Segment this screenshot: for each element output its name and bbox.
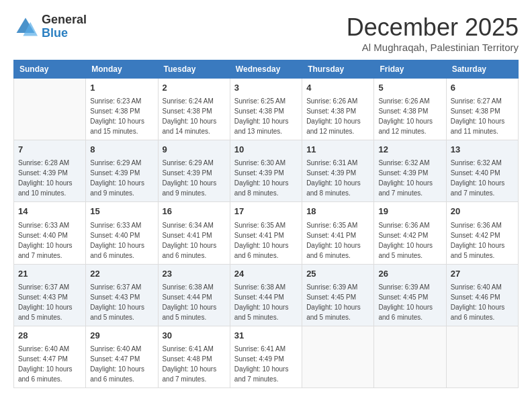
logo-line2: Blue (42, 27, 87, 40)
day-number: 12 (378, 144, 441, 156)
day-number: 17 (234, 205, 298, 218)
calendar-week-row: 28Sunrise: 6:40 AMSunset: 4:47 PMDayligh… (14, 326, 519, 387)
calendar-day-cell: 23Sunrise: 6:38 AMSunset: 4:44 PMDayligh… (158, 264, 230, 326)
day-number: 26 (378, 268, 441, 280)
calendar-day-cell: 6Sunrise: 6:27 AMSunset: 4:38 PMDaylight… (446, 79, 518, 140)
calendar-day-cell: 8Sunrise: 6:29 AMSunset: 4:39 PMDaylight… (86, 140, 158, 202)
day-number: 13 (451, 144, 514, 156)
day-number: 7 (18, 144, 81, 156)
day-info: Sunrise: 6:29 AMSunset: 4:39 PMDaylight:… (163, 158, 226, 198)
day-info: Sunrise: 6:33 AMSunset: 4:40 PMDaylight:… (90, 220, 153, 261)
day-info: Sunrise: 6:40 AMSunset: 4:47 PMDaylight:… (18, 344, 81, 384)
calendar-day-cell: 18Sunrise: 6:35 AMSunset: 4:41 PMDayligh… (302, 202, 374, 264)
logo-line1: General (42, 13, 87, 27)
weekday-header-row: SundayMondayTuesdayWednesdayThursdayFrid… (14, 60, 519, 79)
calendar-day-cell: 14Sunrise: 6:33 AMSunset: 4:40 PMDayligh… (14, 202, 86, 264)
calendar-day-cell: 27Sunrise: 6:40 AMSunset: 4:46 PMDayligh… (446, 264, 518, 326)
title-section: December 2025 Al Mughraqah, Palestinian … (347, 13, 519, 53)
day-info: Sunrise: 6:37 AMSunset: 4:43 PMDaylight:… (18, 282, 81, 322)
day-info: Sunrise: 6:38 AMSunset: 4:44 PMDaylight:… (163, 282, 226, 322)
day-number: 21 (18, 268, 81, 280)
calendar-day-cell (302, 326, 374, 387)
day-number: 28 (18, 330, 81, 342)
day-number: 23 (163, 268, 226, 280)
day-info: Sunrise: 6:36 AMSunset: 4:42 PMDaylight:… (451, 220, 514, 261)
day-info: Sunrise: 6:40 AMSunset: 4:47 PMDaylight:… (90, 344, 153, 384)
calendar-day-cell: 12Sunrise: 6:32 AMSunset: 4:39 PMDayligh… (374, 140, 446, 202)
day-info: Sunrise: 6:23 AMSunset: 4:38 PMDaylight:… (90, 96, 153, 136)
day-info: Sunrise: 6:35 AMSunset: 4:41 PMDaylight:… (234, 220, 298, 261)
calendar-day-cell: 13Sunrise: 6:32 AMSunset: 4:40 PMDayligh… (446, 140, 518, 202)
day-number: 5 (378, 82, 441, 94)
weekday-header-cell: Saturday (446, 60, 518, 79)
day-number: 27 (451, 268, 514, 280)
day-info: Sunrise: 6:27 AMSunset: 4:38 PMDaylight:… (451, 96, 514, 136)
day-number: 14 (18, 205, 81, 218)
day-info: Sunrise: 6:39 AMSunset: 4:45 PMDaylight:… (378, 282, 441, 322)
day-info: Sunrise: 6:26 AMSunset: 4:38 PMDaylight:… (378, 96, 441, 136)
day-info: Sunrise: 6:32 AMSunset: 4:40 PMDaylight:… (451, 158, 514, 198)
day-info: Sunrise: 6:24 AMSunset: 4:38 PMDaylight:… (163, 96, 226, 136)
day-info: Sunrise: 6:41 AMSunset: 4:48 PMDaylight:… (163, 344, 226, 384)
day-number: 6 (451, 82, 514, 94)
calendar-week-row: 21Sunrise: 6:37 AMSunset: 4:43 PMDayligh… (14, 264, 519, 326)
calendar-day-cell (446, 326, 518, 387)
day-number: 25 (306, 268, 369, 280)
day-number: 16 (163, 205, 226, 218)
weekday-header-cell: Thursday (302, 60, 374, 79)
weekday-header-cell: Sunday (14, 60, 86, 79)
day-number: 4 (306, 82, 369, 94)
calendar-day-cell: 22Sunrise: 6:37 AMSunset: 4:43 PMDayligh… (86, 264, 158, 326)
page-header: General Blue December 2025 Al Mughraqah,… (13, 13, 519, 53)
location-title: Al Mughraqah, Palestinian Territory (347, 42, 519, 53)
day-number: 8 (90, 144, 153, 156)
day-info: Sunrise: 6:25 AMSunset: 4:38 PMDaylight:… (234, 96, 298, 136)
calendar-day-cell: 4Sunrise: 6:26 AMSunset: 4:38 PMDaylight… (302, 79, 374, 140)
calendar-day-cell: 15Sunrise: 6:33 AMSunset: 4:40 PMDayligh… (86, 202, 158, 264)
day-number: 20 (451, 205, 514, 218)
day-number: 22 (90, 268, 153, 280)
weekday-header-cell: Monday (86, 60, 158, 79)
calendar-day-cell: 25Sunrise: 6:39 AMSunset: 4:45 PMDayligh… (302, 264, 374, 326)
day-number: 31 (234, 330, 298, 342)
day-info: Sunrise: 6:30 AMSunset: 4:39 PMDaylight:… (234, 158, 298, 198)
day-number: 11 (306, 144, 369, 156)
day-info: Sunrise: 6:29 AMSunset: 4:39 PMDaylight:… (90, 158, 153, 198)
calendar-day-cell: 30Sunrise: 6:41 AMSunset: 4:48 PMDayligh… (158, 326, 230, 387)
day-number: 2 (163, 82, 226, 94)
calendar-day-cell: 5Sunrise: 6:26 AMSunset: 4:38 PMDaylight… (374, 79, 446, 140)
day-info: Sunrise: 6:28 AMSunset: 4:39 PMDaylight:… (18, 158, 81, 198)
calendar-day-cell: 31Sunrise: 6:41 AMSunset: 4:49 PMDayligh… (230, 326, 302, 387)
day-info: Sunrise: 6:35 AMSunset: 4:41 PMDaylight:… (306, 220, 369, 261)
calendar-day-cell: 20Sunrise: 6:36 AMSunset: 4:42 PMDayligh… (446, 202, 518, 264)
calendar-week-row: 14Sunrise: 6:33 AMSunset: 4:40 PMDayligh… (14, 202, 519, 264)
day-info: Sunrise: 6:36 AMSunset: 4:42 PMDaylight:… (378, 220, 441, 261)
day-number: 10 (234, 144, 298, 156)
calendar-day-cell: 28Sunrise: 6:40 AMSunset: 4:47 PMDayligh… (14, 326, 86, 387)
calendar-day-cell: 29Sunrise: 6:40 AMSunset: 4:47 PMDayligh… (86, 326, 158, 387)
calendar-day-cell: 24Sunrise: 6:38 AMSunset: 4:44 PMDayligh… (230, 264, 302, 326)
calendar-day-cell: 10Sunrise: 6:30 AMSunset: 4:39 PMDayligh… (230, 140, 302, 202)
calendar-day-cell: 16Sunrise: 6:34 AMSunset: 4:41 PMDayligh… (158, 202, 230, 264)
calendar-day-cell: 2Sunrise: 6:24 AMSunset: 4:38 PMDaylight… (158, 79, 230, 140)
day-info: Sunrise: 6:34 AMSunset: 4:41 PMDaylight:… (163, 220, 226, 261)
day-number: 30 (163, 330, 226, 342)
day-number: 18 (306, 205, 369, 218)
calendar-day-cell: 9Sunrise: 6:29 AMSunset: 4:39 PMDaylight… (158, 140, 230, 202)
day-number: 15 (90, 205, 153, 218)
day-number: 3 (234, 82, 298, 94)
day-info: Sunrise: 6:33 AMSunset: 4:40 PMDaylight:… (18, 220, 81, 261)
weekday-header-cell: Wednesday (230, 60, 302, 79)
day-info: Sunrise: 6:38 AMSunset: 4:44 PMDaylight:… (234, 282, 298, 322)
logo: General Blue (13, 13, 87, 40)
day-number: 24 (234, 268, 298, 280)
calendar-day-cell (374, 326, 446, 387)
day-info: Sunrise: 6:39 AMSunset: 4:45 PMDaylight:… (306, 282, 369, 322)
day-info: Sunrise: 6:26 AMSunset: 4:38 PMDaylight:… (306, 96, 369, 136)
calendar-body: 1Sunrise: 6:23 AMSunset: 4:38 PMDaylight… (14, 79, 519, 388)
day-number: 19 (378, 205, 441, 218)
calendar-day-cell: 3Sunrise: 6:25 AMSunset: 4:38 PMDaylight… (230, 79, 302, 140)
day-number: 9 (163, 144, 226, 156)
calendar-day-cell (14, 79, 86, 140)
calendar-day-cell: 19Sunrise: 6:36 AMSunset: 4:42 PMDayligh… (374, 202, 446, 264)
